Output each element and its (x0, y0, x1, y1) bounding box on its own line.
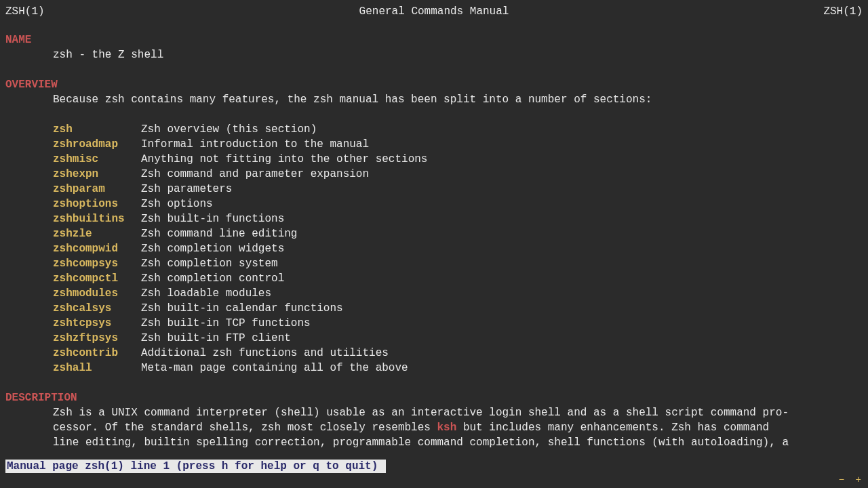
desc-line2b: but includes many enhancements. Zsh has … (456, 422, 769, 434)
man-section-desc: Zsh completion widgets (141, 241, 284, 256)
ksh-ref: ksh (437, 422, 457, 434)
man-section-desc: Zsh built-in functions (141, 211, 284, 226)
man-section-desc: Zsh completion system (141, 256, 278, 271)
header-center: General Commands Manual (45, 5, 824, 18)
overview-item: zshcompsysZsh completion system (5, 256, 863, 271)
overview-intro: Because zsh contains many features, the … (5, 92, 863, 107)
man-section-name: zshroadmap (53, 137, 141, 152)
overview-items: zshZsh overview (this section)zshroadmap… (5, 122, 863, 375)
man-section-name: zshparam (53, 182, 141, 197)
header-right: ZSH(1) (823, 5, 863, 18)
man-section-desc: Zsh completion control (141, 271, 284, 286)
man-section-desc: Zsh options (141, 197, 213, 211)
man-section-name: zshzle (53, 226, 141, 241)
overview-item: zshzleZsh command line editing (5, 226, 863, 241)
desc-line1: Zsh is a UNIX command interpreter (shell… (5, 405, 863, 420)
man-section-name: zshall (53, 361, 141, 375)
section-overview: OVERVIEW (5, 77, 863, 92)
section-description: DESCRIPTION (5, 390, 863, 405)
man-section-name: zsh (53, 122, 141, 137)
man-section-name: zshcontrib (53, 346, 141, 361)
man-section-name: zshzftpsys (53, 331, 141, 346)
section-name: NAME (5, 33, 863, 47)
overview-item: zshparamZsh parameters (5, 182, 863, 197)
man-section-name: zshtcpsys (53, 316, 141, 331)
man-section-desc: Additional zsh functions and utilities (141, 346, 389, 361)
minus-icon[interactable]: − (839, 474, 844, 485)
status-line[interactable]: Manual page zsh(1) line 1 (press h for h… (5, 460, 863, 473)
status-text: Manual page zsh(1) line 1 (press h for h… (5, 460, 379, 473)
desc-line3: line editing, builtin spelling correctio… (5, 435, 863, 450)
overview-item: zshoptionsZsh options (5, 197, 863, 211)
cursor-icon (379, 460, 386, 473)
man-section-desc: Zsh built-in TCP functions (141, 316, 311, 331)
man-section-desc: Zsh parameters (141, 182, 232, 197)
plus-icon[interactable]: + (856, 474, 861, 485)
overview-item: zshmodulesZsh loadable modules (5, 286, 863, 301)
man-section-name: zshcompwid (53, 241, 141, 256)
overview-item: zshcompctlZsh completion control (5, 271, 863, 286)
man-section-desc: Anything not fitting into the other sect… (141, 152, 427, 167)
overview-item: zshallMeta-man page containing all of th… (5, 361, 863, 375)
man-section-name: zshcompsys (53, 256, 141, 271)
man-section-name: zshbuiltins (53, 211, 141, 226)
overview-item: zshzftpsysZsh built-in FTP client (5, 331, 863, 346)
overview-item: zshtcpsysZsh built-in TCP functions (5, 316, 863, 331)
man-section-name: zshoptions (53, 197, 141, 211)
name-line: zsh - the Z shell (5, 47, 863, 62)
man-section-desc: Zsh built-in FTP client (141, 331, 291, 346)
overview-item: zshexpnZsh command and parameter expansi… (5, 167, 863, 182)
overview-item: zshcontribAdditional zsh functions and u… (5, 346, 863, 361)
man-header: ZSH(1) General Commands Manual ZSH(1) (5, 5, 863, 18)
man-section-desc: Informal introduction to the manual (141, 137, 369, 152)
man-section-name: zshcalsys (53, 301, 141, 316)
overview-item: zshbuiltinsZsh built-in functions (5, 211, 863, 226)
desc-line2: cessor. Of the standard shells, zsh most… (5, 420, 863, 435)
overview-item: zshcompwidZsh completion widgets (5, 241, 863, 256)
man-section-desc: Zsh loadable modules (141, 286, 271, 301)
header-left: ZSH(1) (5, 5, 45, 18)
overview-item: zshZsh overview (this section) (5, 122, 863, 137)
man-section-name: zshmisc (53, 152, 141, 167)
man-section-name: zshexpn (53, 167, 141, 182)
man-section-desc: Zsh overview (this section) (141, 122, 317, 137)
desc-line2a: cessor. Of the standard shells, zsh most… (53, 422, 437, 434)
man-section-desc: Zsh built-in calendar functions (141, 301, 343, 316)
man-section-desc: Meta-man page containing all of the abov… (141, 361, 408, 375)
overview-item: zshroadmapInformal introduction to the m… (5, 137, 863, 152)
man-section-desc: Zsh command line editing (141, 226, 297, 241)
man-section-name: zshmodules (53, 286, 141, 301)
overview-item: zshcalsysZsh built-in calendar functions (5, 301, 863, 316)
man-section-desc: Zsh command and parameter expansion (141, 167, 369, 182)
zoom-controls: − + (833, 474, 861, 485)
man-section-name: zshcompctl (53, 271, 141, 286)
overview-item: zshmiscAnything not fitting into the oth… (5, 152, 863, 167)
